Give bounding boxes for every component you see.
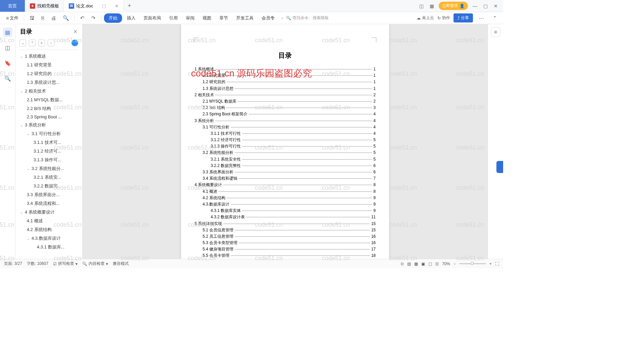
login-button[interactable]: 立即登录 👤 <box>439 2 468 10</box>
zoom-in-icon[interactable]: + <box>489 262 492 266</box>
outline-item[interactable]: 4.2 系统结构 <box>15 225 82 234</box>
outline-add-icon[interactable]: + <box>38 40 45 46</box>
toc-entry[interactable]: 5 系统详细实现15 <box>195 221 376 227</box>
outline-item[interactable]: 2.2 B/S 结构 <box>15 104 82 113</box>
minimize-icon[interactable]: — <box>471 3 479 9</box>
menu-review[interactable]: 审阅 <box>182 13 198 23</box>
toc-entry[interactable]: 5.1 会员信息管理15 <box>195 227 376 233</box>
view-outline-icon[interactable]: ▦ <box>414 262 418 266</box>
tab-close-icon[interactable]: ✕ <box>115 3 119 9</box>
outline-item[interactable]: ⌄2 相关技术 <box>15 87 82 96</box>
close-window-icon[interactable]: ✕ <box>492 3 499 9</box>
toc-entry[interactable]: 3.1 可行性分析4 <box>195 124 376 130</box>
save-as-icon[interactable]: ⎘ <box>39 14 47 22</box>
outline-item[interactable]: 4.3.1 数据库... <box>15 243 82 251</box>
feedback-tab[interactable] <box>496 161 503 173</box>
toc-entry[interactable]: 4.3.数据库设计9 <box>195 201 376 208</box>
outline-item[interactable]: 3.2.2 数据完... <box>15 182 82 190</box>
right-rail-menu-icon[interactable]: ≡ <box>491 27 500 37</box>
print-preview-icon[interactable]: 🔍 <box>60 14 72 22</box>
collab-button[interactable]: ↻协作 <box>437 15 450 21</box>
print-icon[interactable]: 🖨 <box>48 14 59 22</box>
toc-entry[interactable]: 5.2 员工信息管理16 <box>195 233 376 240</box>
toc-entry[interactable]: 4.3.2 数据库设计表11 <box>195 214 376 220</box>
toc-entry[interactable]: 4 系统概要设计8 <box>195 182 376 188</box>
tab-home[interactable]: 首页 <box>0 0 25 12</box>
tab-document[interactable]: W 论文.doc ▢ ✕ <box>64 0 124 12</box>
outline-item[interactable]: 3.1.1 技术可... <box>15 138 82 147</box>
document-viewport[interactable]: 目录 1 系统概述11.1 研究背景11.2 研究目的11.3 系统设计思想12… <box>83 24 488 259</box>
outline-item[interactable]: ⌄4 系统概要设计 <box>15 208 82 217</box>
toc-entry[interactable]: 4.3.1 数据库实体9 <box>195 208 376 214</box>
menu-reference[interactable]: 引用 <box>166 13 181 23</box>
outline-item[interactable]: 3.1.3 操作可... <box>15 156 82 164</box>
fullscreen-icon[interactable]: ⛶ <box>495 262 499 266</box>
view-page-icon[interactable]: ▤ <box>407 262 411 266</box>
toc-entry[interactable]: 4.2 系统结构9 <box>195 195 376 201</box>
reading-mode-icon[interactable]: ⊙ <box>400 262 404 266</box>
maximize-icon[interactable]: ▢ <box>482 3 489 9</box>
chevron-down-icon[interactable]: ⌄ <box>27 237 30 240</box>
chevron-down-icon[interactable]: ⌄ <box>20 123 23 127</box>
status-compat[interactable]: 兼容模式 <box>113 261 129 267</box>
share-button[interactable]: ⤴分享 <box>453 13 473 22</box>
toc-entry[interactable]: 2.2 B/S 结构3 <box>195 105 376 111</box>
rail-outline-icon[interactable]: ▤ <box>3 27 12 37</box>
tab-window-icon[interactable]: ▢ <box>102 3 106 8</box>
toc-entry[interactable]: 4.1 概述8 <box>195 188 376 195</box>
outline-collapse-icon[interactable]: ⌄ <box>19 40 26 46</box>
chevron-down-icon[interactable]: ⌄ <box>20 55 23 58</box>
rail-search-icon[interactable]: 🔍 <box>3 74 12 83</box>
toc-entry[interactable]: 2.1 MYSQL 数据库2 <box>195 98 376 105</box>
outline-item[interactable]: ⌄3.1 可行性分析 <box>15 129 82 138</box>
apps-icon[interactable]: ▦ <box>428 3 435 9</box>
outline-item[interactable]: 3.3 系统界面分... <box>15 190 82 199</box>
toc-entry[interactable]: 3.1.3 操作可行性5 <box>195 143 376 150</box>
outline-item[interactable]: 2.3 Spring Boot ... <box>15 113 82 121</box>
toc-entry[interactable]: 3.4 系统流程和逻辑7 <box>195 175 376 182</box>
outline-item[interactable]: ⌄3.2 系统性能分... <box>15 164 82 173</box>
outline-item[interactable]: ⌄1 系统概述 <box>15 52 82 61</box>
view-web-icon[interactable]: ▣ <box>421 262 425 266</box>
layout-icon[interactable]: ◫ <box>418 3 425 9</box>
outline-item[interactable]: ⌄4.3.数据库设计 <box>15 234 82 243</box>
toc-entry[interactable]: 3.2 系统性能分析5 <box>195 150 376 156</box>
outline-expand-icon[interactable]: ⌃ <box>29 40 36 46</box>
toc-entry[interactable]: 5.5 会员卡管理18 <box>195 252 376 259</box>
toc-entry[interactable]: 1 系统概述1 <box>195 66 376 72</box>
toc-entry[interactable]: 1.3 系统设计思想1 <box>195 86 376 92</box>
more-icon[interactable]: ⋯ <box>476 14 487 22</box>
menu-dev-tools[interactable]: 开发工具 <box>233 13 257 23</box>
toc-entry[interactable]: 3.2.1 系统安全性5 <box>195 156 376 163</box>
outline-badge-icon[interactable] <box>71 40 78 46</box>
view-print-icon[interactable]: ▢ <box>428 262 432 266</box>
cloud-status[interactable]: ☁未上云 <box>417 15 434 21</box>
menu-chapter[interactable]: 章节 <box>216 13 231 23</box>
outline-item[interactable]: 1.3 系统设计思... <box>15 78 82 87</box>
toc-entry[interactable]: 3 系统分析4 <box>195 118 376 124</box>
outline-list[interactable]: ⌄1 系统概述1.1 研究背景1.2 研究目的1.3 系统设计思...⌄2 相关… <box>15 52 82 259</box>
status-wordcount[interactable]: 字数: 10607 <box>27 261 48 267</box>
outline-item[interactable]: 3.2.1 系统安... <box>15 173 82 182</box>
menu-insert[interactable]: 插入 <box>123 13 139 23</box>
menu-scroll-right-icon[interactable]: › <box>279 15 285 20</box>
status-page[interactable]: 页面: 3/27 <box>4 261 22 267</box>
chevron-down-icon[interactable]: ⌄ <box>27 167 30 171</box>
chevron-down-icon[interactable]: ⌄ <box>20 90 23 93</box>
zoom-level[interactable]: 70% <box>442 262 450 266</box>
undo-icon[interactable]: ↶ <box>77 14 87 22</box>
toc-entry[interactable]: 1.2 研究目的1 <box>195 79 376 85</box>
rail-bookmark-icon[interactable]: 🔖 <box>3 58 12 68</box>
collapse-ribbon-icon[interactable]: ⌃ <box>490 14 500 22</box>
zoom-slider[interactable] <box>459 263 486 264</box>
outline-item[interactable]: 1.1 研究背景 <box>15 61 82 69</box>
toc-entry[interactable]: 3.2.2 数据完整性6 <box>195 163 376 169</box>
new-tab-button[interactable]: + <box>124 0 136 12</box>
outline-item[interactable]: 3.4 系统流程和... <box>15 199 82 208</box>
zoom-handle[interactable] <box>471 262 474 265</box>
toc-entry[interactable]: 5.4 健身项目管理17 <box>195 246 376 252</box>
zoom-out-icon[interactable]: − <box>453 262 456 266</box>
toc-entry[interactable]: 5.3 会员卡类型管理16 <box>195 240 376 246</box>
toc-entry[interactable]: 2 相关技术2 <box>195 92 376 98</box>
outline-remove-icon[interactable]: − <box>48 40 54 46</box>
